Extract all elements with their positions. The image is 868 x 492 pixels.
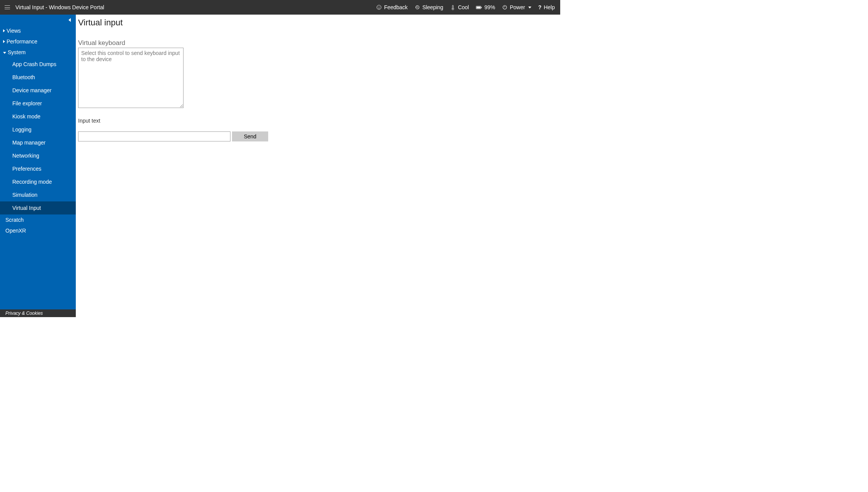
power-menu[interactable]: Power xyxy=(502,4,531,10)
privacy-label: Privacy & Cookies xyxy=(5,311,43,316)
nav-views-label: Views xyxy=(7,28,21,34)
battery-label: 99% xyxy=(484,4,495,10)
virtual-keyboard-textarea[interactable] xyxy=(78,48,184,108)
nav-sub-label: Networking xyxy=(12,153,39,159)
thermal-state: Cool xyxy=(450,4,469,10)
nav-sub-label: App Crash Dumps xyxy=(12,61,56,67)
nav-virtual-input[interactable]: Virtual Input xyxy=(0,201,76,214)
input-text-label: Input text xyxy=(78,118,560,124)
nav-map-manager[interactable]: Map manager xyxy=(0,136,76,149)
caret-right-icon xyxy=(3,29,5,32)
menu-button[interactable] xyxy=(0,0,15,15)
nav-sub-label: Simulation xyxy=(12,192,37,198)
chevron-down-icon xyxy=(528,7,531,8)
svg-point-2 xyxy=(380,7,381,7)
nav-system-label: System xyxy=(8,49,26,55)
nav-sub-label: File explorer xyxy=(12,100,42,106)
nav-networking[interactable]: Networking xyxy=(0,149,76,162)
history-icon xyxy=(415,5,420,10)
thermal-label: Cool xyxy=(458,4,469,10)
nav-system[interactable]: System xyxy=(0,47,76,58)
power-label: Power xyxy=(510,4,525,10)
hamburger-icon xyxy=(5,5,10,9)
nav-sub-label: Kiosk mode xyxy=(12,113,40,120)
nav-logging[interactable]: Logging xyxy=(0,123,76,136)
nav-bluetooth[interactable]: Bluetooth xyxy=(0,71,76,84)
nav-sub-label: Recording mode xyxy=(12,179,52,185)
nav-direct-label: OpenXR xyxy=(5,228,26,234)
nav-performance[interactable]: Performance xyxy=(0,36,76,47)
feedback-label: Feedback xyxy=(384,4,407,10)
nav-recording-mode[interactable]: Recording mode xyxy=(0,175,76,188)
nav-sub-label: Preferences xyxy=(12,166,41,172)
svg-point-3 xyxy=(452,8,453,9)
collapse-sidebar-button[interactable] xyxy=(66,16,73,24)
state-label: Sleeping xyxy=(422,4,444,10)
svg-point-0 xyxy=(377,5,381,9)
svg-point-1 xyxy=(378,7,379,7)
battery-status: 99% xyxy=(476,4,495,10)
help-label: Help xyxy=(544,4,555,10)
app-title: Virtual Input - Windows Device Portal xyxy=(15,4,104,10)
nav-simulation[interactable]: Simulation xyxy=(0,188,76,201)
privacy-cookies-link[interactable]: Privacy & Cookies xyxy=(0,309,76,317)
sidebar: Views Performance System App Crash Dumps… xyxy=(0,15,76,317)
page-title: Virtual input xyxy=(78,18,560,28)
main-content: Virtual input Virtual keyboard Input tex… xyxy=(76,15,560,317)
nav-app-crash-dumps[interactable]: App Crash Dumps xyxy=(0,58,76,71)
topbar: Virtual Input - Windows Device Portal Fe… xyxy=(0,0,560,15)
svg-rect-6 xyxy=(481,7,482,8)
device-state: Sleeping xyxy=(415,4,444,10)
power-icon xyxy=(502,5,507,10)
question-icon: ? xyxy=(538,4,542,10)
chevron-left-icon xyxy=(68,18,71,22)
nav-sub-label: Device manager xyxy=(12,87,52,93)
nav-sub-label: Virtual Input xyxy=(12,205,41,211)
nav-sub-label: Map manager xyxy=(12,140,45,146)
battery-icon xyxy=(476,5,482,10)
nav-sub-label: Logging xyxy=(12,126,32,133)
svg-rect-5 xyxy=(477,7,481,8)
caret-right-icon xyxy=(3,40,5,43)
nav-kiosk-mode[interactable]: Kiosk mode xyxy=(0,110,76,123)
input-text-field[interactable] xyxy=(78,131,230,141)
nav-device-manager[interactable]: Device manager xyxy=(0,84,76,97)
nav-file-explorer[interactable]: File explorer xyxy=(0,97,76,110)
nav-openxr[interactable]: OpenXR xyxy=(0,225,76,236)
thermometer-icon xyxy=(450,5,456,10)
send-button[interactable]: Send xyxy=(232,131,268,141)
feedback-button[interactable]: Feedback xyxy=(376,4,407,10)
nav-scratch[interactable]: Scratch xyxy=(0,214,76,225)
virtual-keyboard-label: Virtual keyboard xyxy=(78,39,560,47)
nav-direct-label: Scratch xyxy=(5,217,23,223)
nav-sub-label: Bluetooth xyxy=(12,74,35,80)
smiley-icon xyxy=(376,5,382,10)
caret-down-icon xyxy=(3,52,6,54)
nav-views[interactable]: Views xyxy=(0,25,76,36)
nav-performance-label: Performance xyxy=(7,38,37,45)
help-button[interactable]: ? Help xyxy=(538,4,555,10)
nav-preferences[interactable]: Preferences xyxy=(0,162,76,175)
